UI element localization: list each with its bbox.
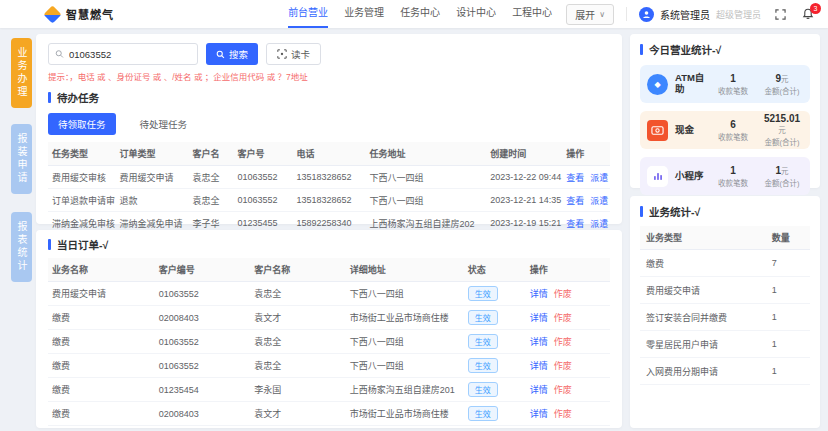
read-card-button[interactable]: 读卡 [266, 43, 321, 65]
void-link[interactable]: 作废 [554, 313, 572, 323]
status-cell: 生效 [464, 330, 526, 354]
table-cell: 袁文才 [250, 306, 346, 330]
table-cell: 2023-12-21 14:35 [486, 189, 562, 212]
view-link[interactable]: 查看 [566, 196, 584, 206]
stat-name: 现金 [675, 125, 705, 136]
sidebar-tab-1[interactable]: 报装申请 [11, 124, 32, 194]
status-cell: 生效 [464, 426, 526, 429]
table-cell: 02008403 [155, 306, 251, 330]
status-badge: 生效 [468, 358, 498, 373]
task-tabs: 待领取任务待处理任务 [48, 113, 610, 135]
table-cell: 入网费用分期申请 [48, 426, 155, 429]
nav-item-1[interactable]: 业务管理 [344, 0, 384, 28]
search-icon [216, 50, 225, 59]
user-role: 超级管理员 [716, 8, 761, 21]
table-cell: 缴费 [48, 402, 155, 426]
table-cell: 下西八一四组 [346, 282, 464, 306]
fullscreen-icon[interactable] [775, 9, 786, 20]
operations-cell: 详情作废 [526, 402, 610, 426]
detail-link[interactable]: 详情 [530, 385, 548, 395]
detail-link[interactable]: 详情 [530, 289, 548, 299]
table-cell: 零星居民用户申请 [640, 331, 766, 358]
chevron-down-icon: ∨ [599, 10, 605, 19]
table-cell: 袁忠全 [250, 330, 346, 354]
table-cell: 袁忠全 [250, 354, 346, 378]
table-cell: 退款 [115, 189, 188, 212]
column-header: 客户名称 [250, 258, 346, 282]
operations-cell: 查看派遣 [562, 189, 610, 212]
table-row: 缴费01063552袁忠全下西八一四组生效详情作废 [48, 354, 610, 378]
table-cell: 费用缓交审核 [48, 166, 115, 189]
column-header: 创建时间 [486, 142, 562, 166]
table-row: 缴费7 [640, 250, 810, 277]
table-cell: 订单退款申请审核 [48, 189, 115, 212]
detail-link[interactable]: 详情 [530, 361, 548, 371]
sidebar-tab-2[interactable]: 报表统计 [11, 212, 32, 282]
void-link[interactable]: 作废 [554, 409, 572, 419]
table-cell: 13518328652 [292, 166, 365, 189]
dispatch-link[interactable]: 派遣 [590, 196, 608, 206]
biz-stats-title-text: 业务统计-√ [649, 204, 700, 219]
column-header: 客户号 [233, 142, 292, 166]
table-cell: 市场街工业品市场商住楼 [346, 426, 464, 429]
card-scan-icon [277, 49, 287, 59]
table-cell: 下西八一四组 [346, 354, 464, 378]
nav-item-4[interactable]: 工程中心 [512, 0, 552, 28]
operations-cell: 详情作废 [526, 354, 610, 378]
miniprogram-icon [647, 166, 668, 187]
view-link[interactable]: 查看 [566, 173, 584, 183]
nav-item-2[interactable]: 任务中心 [400, 0, 440, 28]
dispatch-link[interactable]: 派遣 [590, 219, 608, 229]
title-bar-accent [48, 239, 51, 250]
operations-cell: 详情作废 [526, 426, 610, 429]
nav-item-3[interactable]: 设计中心 [456, 0, 496, 28]
view-link[interactable]: 查看 [566, 219, 584, 229]
search-button[interactable]: 搜索 [206, 43, 258, 65]
table-cell: 01063552 [155, 354, 251, 378]
table-cell: 袁忠全 [188, 166, 233, 189]
table-row: 缴费01235454李永国上西杨家沟五组自建房201生效详情作废 [48, 378, 610, 402]
user-name[interactable]: 系统管理员 [660, 7, 710, 22]
table-cell: 袁文才 [250, 426, 346, 429]
avatar[interactable] [639, 7, 654, 22]
dispatch-link[interactable]: 派遣 [590, 173, 608, 183]
task-tab-0[interactable]: 待领取任务 [48, 113, 116, 135]
detail-link[interactable]: 详情 [530, 337, 548, 347]
column-header: 操作 [526, 258, 610, 282]
column-header: 客户名 [188, 142, 233, 166]
void-link[interactable]: 作废 [554, 337, 572, 347]
table-cell: 02008403 [155, 402, 251, 426]
table-cell: 7 [766, 250, 810, 277]
table-row: 缴费02008403袁文才市场街工业品市场商住楼生效详情作废 [48, 402, 610, 426]
table-cell: 缴费 [48, 306, 155, 330]
table-cell: 01063552 [155, 330, 251, 354]
table-cell: 费用缓交申请 [640, 277, 766, 304]
void-link[interactable]: 作废 [554, 385, 572, 395]
table-cell: 02008403 [155, 426, 251, 429]
search-button-label: 搜索 [229, 47, 248, 61]
today-stats-title-text: 今日营业统计-√ [649, 42, 721, 57]
detail-link[interactable]: 详情 [530, 409, 548, 419]
status-cell: 生效 [464, 354, 526, 378]
notification-bell[interactable]: 3 [802, 8, 814, 20]
status-cell: 生效 [464, 282, 526, 306]
nav-item-0[interactable]: 前台营业 [288, 0, 328, 28]
table-cell: 01235454 [155, 378, 251, 402]
table-cell: 上西杨家沟五组自建房201 [346, 378, 464, 402]
nav-expand-button[interactable]: 展开 ∨ [566, 4, 614, 25]
operations-cell: 查看派遣 [562, 166, 610, 189]
table-cell: 1 [766, 331, 810, 358]
table-row: 签订安装合同并缴费1 [640, 304, 810, 331]
sidebar-tab-0[interactable]: 业务办理 [11, 38, 32, 108]
status-cell: 生效 [464, 402, 526, 426]
void-link[interactable]: 作废 [554, 289, 572, 299]
void-link[interactable]: 作废 [554, 361, 572, 371]
title-bar-accent [640, 44, 643, 55]
task-tab-1[interactable]: 待处理任务 [130, 113, 198, 135]
operations-cell: 详情作废 [526, 306, 610, 330]
detail-link[interactable]: 详情 [530, 313, 548, 323]
app-logo: 智慧燃气 [46, 6, 114, 22]
stat-count: 1收款笔数 [712, 165, 754, 188]
search-input[interactable] [69, 49, 191, 60]
nav-expand-label: 展开 [575, 7, 595, 22]
